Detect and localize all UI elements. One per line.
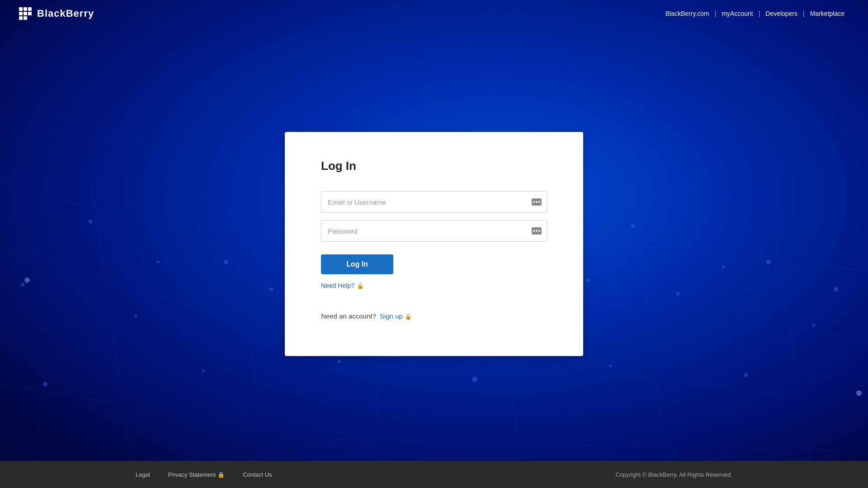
footer: Legal Privacy Statement 🔒 Contact Us Cop… [0, 461, 868, 488]
signup-section: Need an account? Sign up 🔒 [321, 312, 547, 320]
signup-prompt-text: Need an account? [321, 312, 376, 320]
footer-legal-link[interactable]: Legal [136, 471, 150, 478]
password-field-group [321, 220, 547, 242]
need-help-link[interactable]: Need Help? 🔒 [321, 282, 364, 289]
lock-icon: 🔒 [357, 282, 364, 289]
dots-icon-pw [533, 230, 540, 232]
login-card: Log In Log In Nee [285, 132, 583, 356]
login-title: Log In [321, 159, 547, 173]
email-field-group [321, 191, 547, 213]
footer-privacy-link[interactable]: Privacy Statement 🔒 [168, 471, 225, 478]
main-content: Log In Log In Nee [0, 0, 868, 488]
dots-icon [533, 201, 540, 203]
footer-contact-link[interactable]: Contact Us [243, 471, 272, 478]
footer-privacy-text: Privacy Statement [168, 471, 216, 478]
signup-link[interactable]: Sign up 🔒 [380, 312, 412, 320]
footer-copyright: Copyright © BlackBerry. All Rights Reser… [615, 471, 732, 478]
email-input-icon [532, 198, 542, 206]
signup-link-text: Sign up [380, 312, 403, 320]
login-button[interactable]: Log In [321, 254, 393, 274]
password-input[interactable] [321, 220, 547, 242]
need-help-text: Need Help? [321, 282, 354, 289]
footer-privacy-lock-icon: 🔒 [217, 471, 225, 478]
signup-lock-icon: 🔒 [405, 313, 412, 320]
password-input-icon [532, 227, 542, 235]
footer-links: Legal Privacy Statement 🔒 Contact Us [136, 471, 272, 478]
email-input[interactable] [321, 191, 547, 213]
